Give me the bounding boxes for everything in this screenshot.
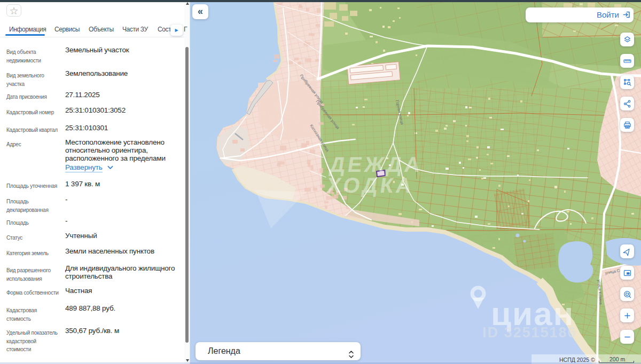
svg-text:ХОДКА: ХОДКА	[325, 173, 416, 197]
svg-text:ID 32515186: ID 32515186	[482, 325, 577, 341]
